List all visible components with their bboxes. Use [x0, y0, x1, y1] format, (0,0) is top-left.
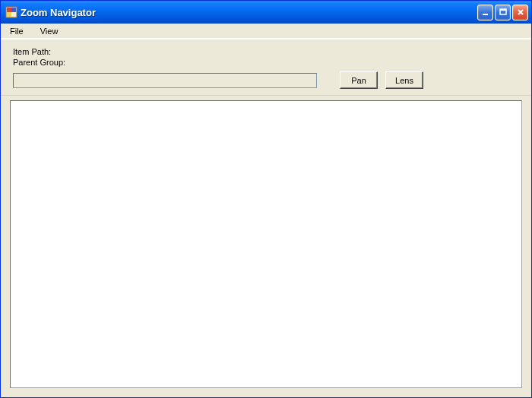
- button-group: Pan Lens: [340, 71, 423, 89]
- close-button[interactable]: [512, 5, 528, 21]
- parent-group-label: Parent Group:: [13, 58, 519, 67]
- menubar: File View: [1, 24, 531, 39]
- svg-rect-5: [483, 14, 488, 15]
- menu-file[interactable]: File: [5, 25, 28, 37]
- item-path-label: Item Path:: [13, 47, 519, 56]
- maximize-button[interactable]: [495, 5, 511, 21]
- content-canvas[interactable]: [10, 100, 522, 388]
- svg-rect-2: [11, 8, 16, 12]
- svg-rect-4: [11, 12, 16, 17]
- toolbar-area: Item Path: Parent Group: Pan Lens: [1, 39, 531, 96]
- input-row: Pan Lens: [13, 71, 519, 89]
- svg-rect-1: [7, 8, 11, 12]
- main-window: Zoom Navigator File View Item Path: Pare…: [0, 0, 532, 398]
- path-input[interactable]: [13, 73, 317, 88]
- pan-button[interactable]: Pan: [340, 71, 378, 89]
- minimize-button[interactable]: [477, 5, 493, 21]
- lens-button[interactable]: Lens: [385, 71, 423, 89]
- app-icon: [5, 6, 17, 18]
- svg-rect-3: [7, 12, 11, 17]
- titlebar[interactable]: Zoom Navigator: [1, 1, 531, 24]
- window-controls: [477, 5, 528, 21]
- menu-view[interactable]: View: [36, 25, 63, 37]
- svg-rect-7: [500, 9, 506, 11]
- window-title: Zoom Navigator: [21, 7, 477, 18]
